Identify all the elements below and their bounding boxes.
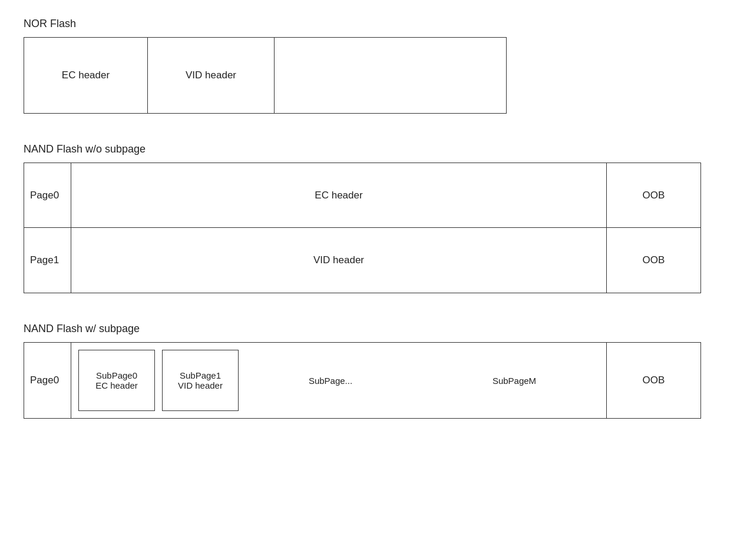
- subpage1-line1: SubPage1: [180, 370, 221, 380]
- subpage0-line1: SubPage0: [96, 370, 137, 380]
- nand-wo-diagram: Page0 EC header OOB Page1 VID header OOB: [24, 163, 701, 293]
- nor-vid-header: VID header: [148, 38, 275, 113]
- nor-flash-section: NOR Flash EC header VID header: [24, 18, 713, 114]
- subpage1-line2: VID header: [178, 380, 223, 390]
- subpage1-cell: SubPage1 VID header: [162, 350, 239, 411]
- nand-w-oob: OOB: [606, 343, 700, 418]
- page0-label: Page0: [24, 163, 71, 227]
- page1-oob: OOB: [606, 228, 700, 293]
- page0-oob: OOB: [606, 163, 700, 227]
- nand-w-title: NAND Flash w/ subpage: [24, 323, 713, 335]
- nand-w-diagram: Page0 SubPage0 EC header SubPage1 VID he…: [24, 342, 701, 419]
- subpage0-cell: SubPage0 EC header: [78, 350, 155, 411]
- nand-wo-section: NAND Flash w/o subpage Page0 EC header O…: [24, 143, 713, 293]
- subpage-ellipsis: SubPage...: [239, 343, 422, 418]
- subpage0-line2: EC header: [95, 380, 138, 390]
- nor-flash-diagram: EC header VID header: [24, 37, 507, 114]
- table-row: Page0 EC header OOB: [24, 163, 700, 228]
- nor-empty-space: [275, 38, 506, 113]
- page1-content: VID header: [71, 228, 606, 293]
- table-row: Page1 VID header OOB: [24, 228, 700, 293]
- nor-ec-header: EC header: [24, 38, 148, 113]
- nand-w-subpages-container: SubPage0 EC header SubPage1 VID header S…: [71, 343, 606, 418]
- nand-w-page0-label: Page0: [24, 343, 71, 418]
- page0-content: EC header: [71, 163, 606, 227]
- nor-flash-title: NOR Flash: [24, 18, 713, 30]
- subpageM-label: SubPageM: [422, 343, 606, 418]
- page1-label: Page1: [24, 228, 71, 293]
- nand-wo-title: NAND Flash w/o subpage: [24, 143, 713, 155]
- nand-w-section: NAND Flash w/ subpage Page0 SubPage0 EC …: [24, 323, 713, 419]
